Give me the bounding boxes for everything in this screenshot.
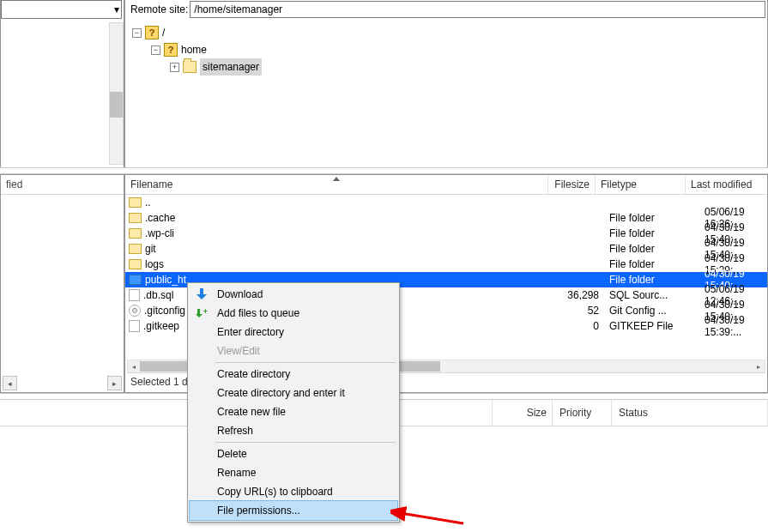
remote-path-input[interactable]: /home/sitemanager — [190, 1, 765, 18]
cell-size: 36,298 — [552, 289, 604, 301]
file-row[interactable]: .cacheFile folder05/06/19 16:26:... — [125, 210, 767, 226]
file-row[interactable]: .. — [125, 195, 767, 210]
cell-type: File folder — [604, 274, 699, 286]
remote-path-value: /home/sitemanager — [194, 3, 282, 15]
remote-tree[interactable]: − ? / − ? home + sitemanager — [125, 19, 767, 76]
file-name: logs — [145, 258, 164, 270]
tree-node-sitemanager[interactable]: + sitemanager — [132, 58, 767, 76]
folder-icon — [129, 259, 142, 269]
gear-icon: ⚙ — [129, 305, 141, 317]
folder-icon — [183, 61, 197, 73]
cell-type: Git Config ... — [604, 305, 699, 317]
menu-refresh[interactable]: Refresh — [190, 421, 397, 440]
cell-filename: .cache — [125, 212, 552, 224]
cell-filename: .. — [125, 196, 552, 209]
folder-icon — [129, 213, 142, 223]
file-icon — [129, 289, 140, 301]
top-row: ▾ Remote site: /home/sitemanager − ? / −… — [0, 0, 768, 167]
local-tree-panel: ▾ — [0, 0, 124, 167]
cell-type: File folder — [604, 212, 699, 224]
folder-icon — [129, 197, 142, 208]
queue-size-column[interactable]: Size — [493, 400, 553, 426]
cell-type: File folder — [604, 243, 699, 255]
menu-download[interactable]: Download — [190, 285, 397, 304]
status-text: Selected 1 di — [130, 376, 190, 388]
tree-node-home[interactable]: − ? home — [132, 41, 767, 58]
column-modified[interactable]: Last modified — [686, 175, 767, 194]
queue-status-column[interactable]: Status — [612, 400, 768, 426]
folder-icon — [129, 275, 142, 285]
annotation-arrow — [390, 479, 476, 530]
column-filesize[interactable]: Filesize — [548, 175, 596, 194]
cell-type: GITKEEP File — [604, 320, 699, 332]
cell-type: File folder — [604, 258, 699, 270]
cell-filename: .wp-cli — [125, 227, 552, 239]
file-row[interactable]: gitFile folder04/30/19 15:40:... — [125, 241, 767, 257]
folder-icon — [129, 244, 142, 254]
remote-tree-panel: Remote site: /home/sitemanager − ? / − ?… — [124, 0, 768, 167]
local-path-dropdown[interactable]: ▾ — [1, 0, 122, 19]
menu-rename[interactable]: Rename — [190, 463, 397, 482]
svg-line-0 — [401, 513, 463, 523]
file-row[interactable]: logsFile folder04/30/19 15:39:... — [125, 257, 767, 272]
download-icon — [197, 288, 207, 300]
context-menu[interactable]: Download + Add files to queue Enter dire… — [187, 282, 400, 523]
tree-label: / — [162, 24, 165, 41]
local-tree-scrollbar[interactable] — [109, 22, 124, 165]
scroll-right-button[interactable]: ▸ — [753, 361, 765, 372]
tree-node-root[interactable]: − ? / — [132, 24, 767, 41]
file-icon — [129, 320, 140, 332]
folder-icon — [129, 228, 142, 239]
menu-file-permissions[interactable]: File permissions... — [190, 501, 397, 520]
menu-create-new-file[interactable]: Create new file — [190, 402, 397, 421]
column-filetype[interactable]: Filetype — [596, 175, 686, 194]
sort-ascending-icon — [333, 177, 340, 181]
menu-enter-directory[interactable]: Enter directory — [190, 323, 397, 342]
collapse-icon[interactable]: − — [132, 28, 142, 38]
tree-label: sitemanager — [200, 58, 262, 76]
cell-mod: 04/30/19 15:39:... — [699, 314, 767, 338]
local-list-panel: fied ◂ ▸ — [0, 174, 124, 393]
file-name: .cache — [145, 212, 175, 224]
tree-label: home — [181, 41, 207, 58]
add-queue-icon: + — [196, 307, 208, 319]
menu-separator — [215, 362, 396, 363]
menu-separator — [215, 442, 396, 443]
scrollbar-thumb[interactable] — [110, 92, 123, 118]
file-name: .gitconfig — [144, 305, 185, 317]
local-list-header[interactable]: fied — [1, 175, 124, 195]
unknown-folder-icon: ? — [164, 43, 178, 57]
local-header-text: fied — [6, 178, 22, 190]
file-name: public_ht — [145, 274, 186, 286]
remote-site-label: Remote site: — [127, 3, 190, 15]
scroll-left-button[interactable]: ◂ — [3, 376, 17, 390]
expand-icon[interactable]: + — [170, 63, 179, 72]
menu-copy-urls[interactable]: Copy URL(s) to clipboard — [190, 482, 397, 501]
cell-size: 0 — [552, 320, 604, 332]
menu-view-edit: View/Edit — [190, 342, 397, 360]
file-name: .wp-cli — [145, 227, 174, 239]
file-name: .gitkeep — [143, 320, 179, 332]
file-name: .. — [145, 196, 151, 209]
menu-create-directory[interactable]: Create directory — [190, 365, 397, 384]
cell-type: File folder — [604, 227, 699, 239]
chevron-down-icon: ▾ — [114, 3, 119, 15]
cell-type: SQL Sourc... — [604, 289, 699, 301]
column-filename[interactable]: Filename — [125, 175, 548, 194]
unknown-folder-icon: ? — [145, 26, 159, 39]
remote-path-bar: Remote site: /home/sitemanager — [127, 0, 765, 19]
horizontal-splitter[interactable] — [0, 167, 768, 174]
file-name: git — [145, 243, 156, 255]
file-row[interactable]: .wp-cliFile folder04/30/19 15:40:... — [125, 226, 767, 241]
menu-add-to-queue[interactable]: + Add files to queue — [190, 304, 397, 323]
collapse-icon[interactable]: − — [151, 45, 160, 55]
remote-list-header: Filename Filesize Filetype Last modified — [125, 175, 767, 195]
scroll-left-button[interactable]: ◂ — [128, 361, 140, 372]
cell-filename: git — [125, 243, 552, 255]
queue-priority-column[interactable]: Priority — [553, 400, 612, 426]
menu-delete[interactable]: Delete — [190, 444, 397, 463]
file-name: .db.sql — [143, 289, 173, 301]
scroll-right-button[interactable]: ▸ — [107, 376, 122, 390]
menu-create-directory-enter[interactable]: Create directory and enter it — [190, 384, 397, 402]
cell-size: 52 — [552, 305, 604, 317]
